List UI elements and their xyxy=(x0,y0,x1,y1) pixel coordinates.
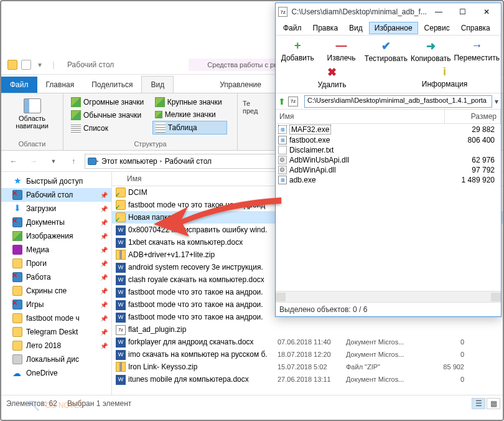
view-small[interactable]: Мелкие значки xyxy=(152,109,232,120)
sidebar-item[interactable]: ★Быстрый доступ xyxy=(1,174,111,188)
sidebar-item[interactable]: Лето 2018📌 xyxy=(1,339,111,352)
view-huge[interactable]: Огромные значки xyxy=(68,96,152,108)
list-item[interactable]: Iron Link- Keysso.zip15.07.2018 5:02Файл… xyxy=(112,361,504,373)
archive-row[interactable]: AdbWinApi.dll97 792 xyxy=(276,165,501,175)
properties-icon[interactable] xyxy=(20,59,32,71)
view-details-button[interactable]: ☰ xyxy=(472,398,485,409)
archive-row[interactable]: ⊞fastboot.exe806 400 xyxy=(276,135,501,145)
toolbar-button[interactable]: —Извлечь xyxy=(319,38,363,64)
dropdown-icon[interactable]: ▾ xyxy=(34,59,46,71)
toolbar-button[interactable]: iИнформация xyxy=(388,64,501,90)
pin-icon: 📌 xyxy=(100,274,108,281)
sidebar-item[interactable]: Локальный дис xyxy=(1,352,111,366)
pin-icon: 📌 xyxy=(100,247,108,253)
sidebar-item[interactable]: ✕Игры📌 xyxy=(1,298,111,311)
sevenzip-list-header[interactable]: Имя Размер xyxy=(276,110,501,124)
file-name: fastboot mode что это такое на андрои. xyxy=(128,313,273,321)
menu-item[interactable]: Сервис xyxy=(419,22,455,34)
list-item[interactable]: Witunes mobile для компьютера.docx27.06.… xyxy=(112,373,504,386)
archive-row[interactable]: ⊞adb.exe1 489 920 xyxy=(276,175,501,185)
sidebar-item-label: fastboot mode ч xyxy=(26,314,80,323)
sidebar-item[interactable]: ⬇Загрузки📌 xyxy=(1,202,111,215)
list-item[interactable]: Wimo скачать на компьютер на русском б.1… xyxy=(112,348,504,361)
back-button[interactable]: ← xyxy=(5,154,22,169)
file-icon: W xyxy=(116,312,126,322)
pin-icon: 📌 xyxy=(100,288,108,295)
view-list[interactable]: Список xyxy=(68,122,152,135)
bc-root[interactable]: Этот компьютер xyxy=(99,157,160,166)
sidebar-item[interactable]: ✕Работа📌 xyxy=(1,270,111,284)
bc-leaf[interactable]: Рабочий стол xyxy=(162,157,214,166)
normal-icon xyxy=(71,110,81,120)
tab-manage[interactable]: Управление xyxy=(211,77,270,93)
row-name: MAF32.exe xyxy=(289,125,331,135)
menu-item[interactable]: Файл xyxy=(278,22,307,34)
sidebar-item[interactable]: fastboot mode ч📌 xyxy=(1,311,111,325)
menu-item[interactable]: Справка xyxy=(456,22,495,34)
menu-item[interactable]: Правка xyxy=(308,22,343,34)
file-icon: W xyxy=(116,374,126,384)
list-item[interactable]: 7zflat_ad_plugin.zip xyxy=(112,323,504,336)
sidebar-item[interactable]: ✕Рабочий стол📌 xyxy=(1,188,111,202)
col-name[interactable]: Имя xyxy=(276,110,445,123)
tab-file[interactable]: Файл xyxy=(1,77,37,93)
horizontal-scrollbar[interactable] xyxy=(276,291,501,302)
sidebar-item[interactable]: Telegram Deskt📌 xyxy=(1,325,111,339)
sidebar-item[interactable]: ☁OneDrive xyxy=(1,366,111,380)
toolbar-button[interactable]: →Переместить xyxy=(452,38,501,64)
archive-row[interactable]: ⊞MAF32.exe29 882 xyxy=(276,124,501,135)
sevenzip-window: 7z C:\Users\diami\Desktop\minimal_adb_f.… xyxy=(275,2,502,317)
tab-view[interactable]: Вид xyxy=(141,76,174,93)
minimize-button[interactable]: — xyxy=(427,4,450,20)
sidebar-item[interactable]: Изображения📌 xyxy=(1,229,111,243)
sidebar-item[interactable]: Скрины спе📌 xyxy=(1,284,111,298)
view-normal[interactable]: Обычные значки xyxy=(68,109,152,121)
sidebar-item-label: Рабочий стол xyxy=(26,191,73,199)
tab-share[interactable]: Поделиться xyxy=(83,77,141,93)
quick-access-toolbar: ▾ | xyxy=(6,59,60,71)
recent-dropdown[interactable]: ▼ xyxy=(45,154,62,169)
path-input[interactable]: C:\Users\diami\Desktop\minimal_adb_fastb… xyxy=(304,95,492,108)
toolbar-label: Добавить xyxy=(281,54,314,62)
sidebar-item[interactable]: ✕Документы📌 xyxy=(1,215,111,229)
file-name: flat_ad_plugin.zip xyxy=(128,325,273,334)
list-icon xyxy=(71,123,81,133)
col-name[interactable]: Имя xyxy=(112,174,261,183)
toolbar-label: Тестировать xyxy=(365,54,408,63)
view-icons-button[interactable]: ▦ xyxy=(487,398,500,409)
toolbar-button[interactable]: ➜Копировать xyxy=(409,38,452,64)
archive-row[interactable]: AdbWinUsbApi.dll62 976 xyxy=(276,155,501,165)
up-button[interactable]: ↑ xyxy=(65,154,82,169)
toolbar-button[interactable]: ✔Тестировать xyxy=(363,38,409,64)
tab-home[interactable]: Главная xyxy=(37,77,83,93)
sevenzip-titlebar[interactable]: 7z C:\Users\diami\Desktop\minimal_adb_f.… xyxy=(276,3,501,21)
table-icon xyxy=(156,123,166,133)
navigation-pane-button[interactable]: Область навигации xyxy=(6,96,58,132)
menu-item[interactable]: Избранное xyxy=(369,22,418,34)
maximize-button[interactable]: ☐ xyxy=(450,4,474,20)
sidebar-item[interactable]: Проги📌 xyxy=(1,257,111,270)
menu-item[interactable]: Вид xyxy=(344,22,368,34)
file-icon: W xyxy=(116,225,126,235)
archive-row[interactable]: Disclaimer.txt xyxy=(276,145,501,155)
up-icon[interactable]: ⬆ xyxy=(278,97,286,106)
pin-icon: 📌 xyxy=(100,343,108,349)
sidebar-item[interactable]: Медиа📌 xyxy=(1,243,111,257)
path-dropdown-icon[interactable]: ▾ xyxy=(495,97,498,106)
list-item[interactable]: Wforkplayer для андроид скачать.docx07.0… xyxy=(112,336,504,348)
ribbon-section-layout: Огромные значки Обычные значки Список Кр… xyxy=(63,93,238,150)
file-name: ADB+driver+v1.17+lite.zip xyxy=(128,250,273,259)
status-selection: Выбран 1 элемент xyxy=(67,399,131,408)
col-size[interactable]: Размер xyxy=(445,110,501,123)
list-blank-area[interactable] xyxy=(276,185,501,291)
close-button[interactable]: ✕ xyxy=(475,4,498,20)
view-table[interactable]: Таблица xyxy=(152,121,227,135)
view-large[interactable]: Крупные значки xyxy=(152,96,232,108)
forward-button[interactable]: → xyxy=(25,154,42,169)
ribbon-section-panes: Область навигации Области xyxy=(1,93,63,150)
toolbar-button[interactable]: ✖Удалить xyxy=(276,64,388,90)
toolbar-button[interactable]: +Добавить xyxy=(276,38,319,64)
window-title: Рабочий стол xyxy=(67,60,114,69)
file-icon xyxy=(116,187,126,197)
file-name: 1xbet скачать на компьютер.docx xyxy=(128,238,273,247)
